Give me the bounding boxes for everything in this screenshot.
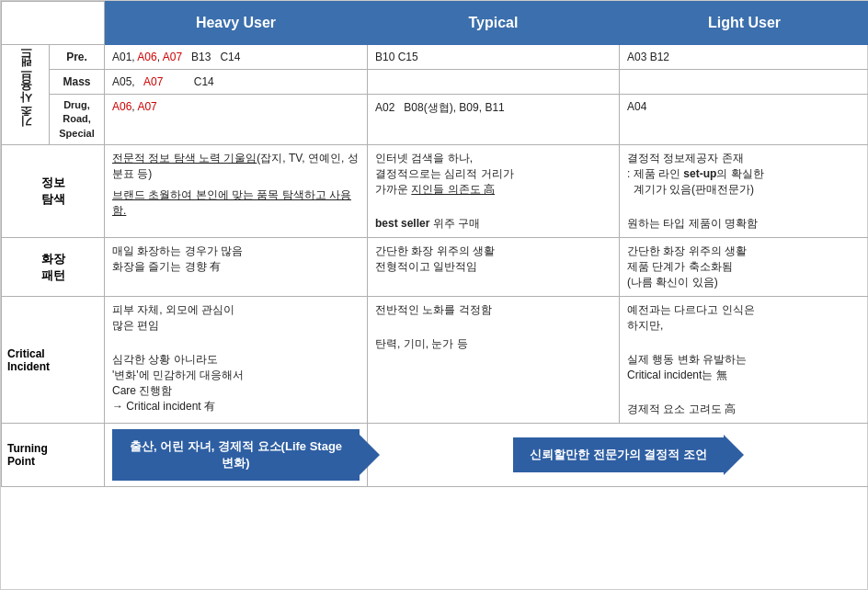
turning-section-label: TurningPoint	[2, 424, 105, 487]
critical-typical: 전반적인 노화를 걱정함 탄력, 기미, 눈가 등	[368, 297, 620, 424]
critical-light: 예전과는 다르다고 인식은하지만, 실제 행동 변화 유발하는Critical …	[620, 297, 869, 424]
makeup-light: 간단한 화장 위주의 생활제품 단계가 축소화됨(나름 확신이 있음)	[620, 238, 869, 297]
turning-arrow1-cell: 출산, 어린 자녀, 경제적 요소(Life Stage변화)	[105, 424, 368, 487]
info-heavy: 전문적 정보 탐색 노력 기울임(잡지, TV, 연예인, 성분표 등) 브랜드…	[105, 145, 368, 238]
info-typical: 인터넷 검색을 하나,결정적으로는 심리적 거리가가까운 지인들 의존도 高 b…	[368, 145, 620, 238]
brand-mass-typical	[368, 70, 620, 95]
turning-arrow1: 출산, 어린 자녀, 경제적 요소(Life Stage변화)	[112, 429, 360, 481]
header-typical: Typical	[368, 2, 620, 45]
turning-arrow2-cell: 신뢰할만한 전문가의 결정적 조언	[368, 424, 869, 487]
makeup-section-label: 화장패턴	[2, 238, 105, 297]
brand-drug-heavy: A06, A07	[105, 95, 368, 145]
brand-pre-heavy: A01, A06, A07 B13 C14	[105, 45, 368, 70]
brand-drug-typical: A02 B08(생협), B09, B11	[368, 95, 620, 145]
top-left-blank	[2, 2, 105, 45]
makeup-heavy: 매일 화장하는 경우가 많음화장을 즐기는 경향 有	[105, 238, 368, 297]
critical-heavy: 피부 자체, 외모에 관심이많은 편임 심각한 상황 아니라도'변화'에 민감하…	[105, 297, 368, 424]
brand-drug-light: A04	[620, 95, 869, 145]
brand-mass-light	[620, 70, 869, 95]
header-heavy-user: Heavy User	[105, 2, 368, 45]
info-light: 결정적 정보제공자 존재: 제품 라인 set-up의 확실한 계기가 있음(판…	[620, 145, 869, 238]
brand-mass-label: Mass	[50, 70, 105, 95]
brand-mass-heavy: A05, A07 C14	[105, 70, 368, 95]
makeup-typical: 간단한 화장 위주의 생활전형적이고 일반적임	[368, 238, 620, 297]
info-section-label: 정보탐색	[2, 145, 105, 238]
brand-pre-typical: B10 C15	[368, 45, 620, 70]
brand-pre-light: A03 B12	[620, 45, 869, 70]
turning-arrow2: 신뢰할만한 전문가의 결정적 조언	[513, 437, 724, 472]
brand-section-label: 기초사용브랜드	[2, 45, 50, 145]
critical-section-label: CriticalIncident	[2, 297, 105, 424]
header-light-user: Light User	[620, 2, 869, 45]
brand-pre-label: Pre.	[50, 45, 105, 70]
brand-drug-label: Drug,Road,Special	[50, 95, 105, 145]
